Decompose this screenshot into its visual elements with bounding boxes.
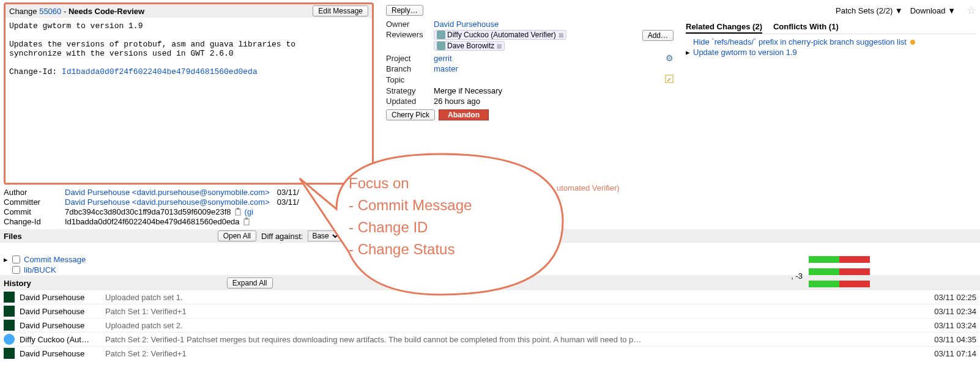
edit-message-button[interactable]: Edit Message [313,6,368,17]
updated-value: 26 hours ago [434,97,480,106]
avatar [4,348,15,359]
history-author: Diffy Cuckoo (Aut… [20,335,105,344]
history-message: Uploaded patch set 1. [105,293,921,302]
diff-base-select[interactable]: Base [308,230,341,241]
gitweb-link[interactable]: (gi [245,207,253,216]
avatar [4,292,15,303]
file-checkbox[interactable] [12,256,20,263]
svg-rect-2 [237,208,239,210]
change-status: Needs Code-Review [69,7,144,16]
open-all-button[interactable]: Open All [218,230,256,241]
related-change-link[interactable]: Update gwtorm to version 1.9 [693,48,797,57]
topic-label: Topic [386,75,434,84]
related-change-link[interactable]: Hide `refs/heads/` prefix in cherry-pick… [693,37,907,46]
history-date: 03/11 02:25 [921,293,976,302]
file-row[interactable]: ▸ Commit Message [0,254,980,265]
svg-rect-4 [245,218,248,219]
status-dot-icon [910,40,915,45]
related-change-item[interactable]: ▸ Update gwtorm to version 1.9 [686,47,976,57]
history-header-label: History [4,279,31,288]
file-link[interactable]: Commit Message [24,255,86,264]
owner-label: Owner [386,20,434,29]
patch-sets-toggle[interactable]: Patch Sets (2/2) ▼ [836,6,903,15]
committer-label: Committer [4,197,65,207]
history-row[interactable]: David PursehouseUploaded patch set 2.03/… [0,318,980,332]
expand-triangle-icon[interactable]: ▸ [4,255,12,264]
committer-date: 03/11/ [277,197,299,207]
file-checkbox[interactable] [12,266,20,274]
changeid-value: Id1badda0d0f24f6022404be479d4681560ed0ed… [65,217,240,226]
changeid-label: Change-Id [4,217,65,226]
history-row[interactable]: Diffy Cuckoo (Aut…Patch Set 2: Verified-… [0,332,980,346]
commit-label: Commit [4,207,65,216]
history-date: 03/11 02:34 [921,307,976,316]
change-meta-panel: Reply… Owner David Pursehouse Reviewers … [386,2,674,120]
file-link[interactable]: lib/BUCK [24,265,56,274]
project-link[interactable]: gerrit [434,54,452,63]
expand-all-button[interactable]: Expand All [227,278,273,289]
history-message: Uploaded patch set 2. [105,321,921,330]
star-icon[interactable]: ☆ [967,4,976,17]
pencil-icon[interactable] [665,75,674,85]
history-date: 03/11 07:14 [921,349,976,358]
history-author: David Pursehouse [20,321,105,330]
commit-message-body: Update gwtorm to version 1.9 Updates the… [6,18,372,183]
avatar [437,31,445,39]
history-message: Patch Set 2: Verified+1 [105,349,921,358]
cherry-pick-button[interactable]: Cherry Pick [386,109,435,120]
branch-link[interactable]: master [434,64,458,73]
change-number-link[interactable]: 55060 [39,7,61,16]
committer-link[interactable]: David Pursehouse <david.pursehouse@sonym… [65,197,270,207]
commit-sha: 7dbc394cc3d80d30c1ff9da7013d59f6009e23f8 [65,207,231,216]
reviewer-name: Dave Borowitz [447,42,494,50]
diff-summary: , -3 [791,271,803,281]
commit-details: Author David Pursehouse <david.pursehous… [0,185,980,229]
history-date: 03/11 04:35 [921,335,976,344]
remove-reviewer-icon[interactable]: ⊠ [559,32,563,39]
owner-link[interactable]: David Pursehouse [434,20,499,29]
file-path-header: File Path [0,243,980,254]
history-author: David Pursehouse [20,293,105,302]
tab-conflicts-with[interactable]: Conflicts With (1) [773,21,839,34]
history-date: 03/11 03:24 [921,321,976,330]
file-row[interactable]: lib/BUCK [0,265,980,275]
history-row[interactable]: David PursehouseUploaded patch set 1.03/… [0,290,980,304]
file-summary-row: , -3 [0,275,980,276]
updated-label: Updated [386,97,434,106]
change-title: Change 55060 - Needs Code-Review [9,7,144,16]
author-link[interactable]: David Pursehouse <david.pursehouse@sonym… [65,188,270,197]
svg-rect-1 [236,209,240,215]
abandon-button[interactable]: Abandon [439,109,489,120]
history-table: David PursehouseUploaded patch set 1.03/… [0,290,980,360]
svg-rect-3 [244,219,249,225]
reviewer-chip[interactable]: Dave Borowitz⊠ [434,41,505,51]
tab-related-changes[interactable]: Related Changes (2) [686,21,762,34]
download-toggle[interactable]: Download ▼ [910,6,956,15]
current-indicator: ▸ [686,48,693,57]
branch-label: Branch [386,64,434,73]
remove-reviewer-icon[interactable]: ⊠ [497,43,502,50]
commit-change-id-link[interactable]: Id1badda0d0f24f6022404be479d4681560ed0ed… [62,67,258,76]
reviewer-name: Diffy Cuckoo (Automated Verifier) [447,31,556,39]
gear-icon[interactable]: ⚙ [666,53,674,63]
files-header-label: Files [4,232,22,241]
clipboard-icon[interactable] [242,218,251,226]
avatar [4,320,15,331]
strategy-label: Strategy [386,86,434,95]
clipboard-icon[interactable] [234,208,242,216]
add-reviewer-button[interactable]: Add… [642,30,674,41]
change-prefix: Change [9,7,39,16]
history-author: David Pursehouse [20,307,105,316]
hidden-text: utomated Verifier) [557,183,620,193]
project-label: Project [386,54,434,63]
reply-button[interactable]: Reply… [386,5,423,16]
related-change-item[interactable]: Hide `refs/heads/` prefix in cherry-pick… [686,37,976,47]
history-row[interactable]: David PursehousePatch Set 1: Verified+10… [0,304,980,318]
avatar [4,306,15,317]
history-row[interactable]: David PursehousePatch Set 2: Verified+10… [0,346,980,360]
files-header: Files Open All Diff against: Base [0,229,980,243]
separator: - [61,7,69,16]
reviewer-chip[interactable]: Diffy Cuckoo (Automated Verifier)⊠ [434,30,566,40]
avatar [4,334,15,345]
history-author: David Pursehouse [20,349,105,358]
